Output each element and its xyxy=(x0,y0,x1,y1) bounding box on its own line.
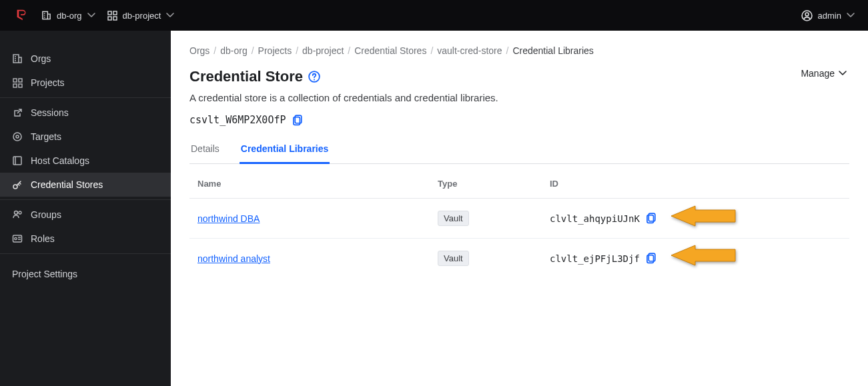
org-name: db-org xyxy=(57,11,82,21)
user-icon xyxy=(801,10,813,21)
sidebar: Orgs Projects Sessions Targets Host Cata… xyxy=(0,31,171,386)
user-name: admin xyxy=(818,11,841,21)
library-link[interactable]: northwind DBA xyxy=(197,213,260,224)
library-id: clvlt_ahqypiUJnK xyxy=(550,213,640,224)
project-name: db-project xyxy=(123,11,161,21)
help-icon[interactable] xyxy=(308,71,320,83)
copy-icon[interactable] xyxy=(646,253,657,264)
users-icon xyxy=(12,209,23,220)
sidebar-item-label: Projects xyxy=(31,77,65,88)
org-switcher[interactable]: db-org xyxy=(41,10,95,21)
column-header-name: Name xyxy=(189,168,430,199)
tab-credential-libraries[interactable]: Credential Libraries xyxy=(240,137,330,164)
logo[interactable] xyxy=(13,7,29,23)
sidebar-item-host-catalogs[interactable]: Host Catalogs xyxy=(0,149,171,173)
grid-icon xyxy=(12,78,23,88)
sidebar-item-label: Targets xyxy=(31,131,61,142)
sidebar-item-label: Groups xyxy=(31,209,61,220)
breadcrumb-item[interactable]: Projects xyxy=(258,45,292,56)
breadcrumb-item[interactable]: db-project xyxy=(302,45,344,56)
sidebar-item-targets[interactable]: Targets xyxy=(0,125,171,149)
sidebar-item-label: Sessions xyxy=(31,107,69,118)
sidebar-item-orgs[interactable]: Orgs xyxy=(0,47,171,71)
breadcrumb-item[interactable]: vault-cred-store xyxy=(437,45,502,56)
sidebar-item-groups[interactable]: Groups xyxy=(0,203,171,227)
target-icon xyxy=(12,131,23,142)
chevron-down-icon xyxy=(87,13,95,18)
project-switcher[interactable]: db-project xyxy=(107,11,175,21)
main-content: Orgs/ db-org/ Projects/ db-project/ Cred… xyxy=(171,31,868,386)
sidebar-item-credential-stores[interactable]: Credential Stores xyxy=(0,173,171,197)
copy-icon[interactable] xyxy=(293,115,303,126)
sidebar-item-label: Orgs xyxy=(31,53,51,64)
page-subtitle: A credential store is a collection of cr… xyxy=(189,92,498,103)
store-id: csvlt_W6MP2X0OfP xyxy=(189,114,286,126)
table-row: northwind DBA Vault clvlt_ahqypiUJnK xyxy=(189,199,849,239)
manage-label: Manage xyxy=(801,68,835,79)
arrow-out-icon xyxy=(12,108,23,118)
breadcrumb-item[interactable]: Credential Stores xyxy=(354,45,426,56)
chevron-down-icon xyxy=(166,13,174,18)
sidebar-item-label: Host Catalogs xyxy=(31,155,89,166)
id-icon xyxy=(12,233,23,244)
type-badge: Vault xyxy=(438,211,469,226)
tab-details[interactable]: Details xyxy=(189,137,221,163)
table-row: northwind analyst Vault clvlt_ejPFjL3Djf xyxy=(189,239,849,279)
sidebar-item-label: Roles xyxy=(31,233,55,244)
page-title: Credential Store xyxy=(189,68,303,85)
chevron-down-icon xyxy=(839,71,847,76)
sidebar-item-project-settings[interactable]: Project Settings xyxy=(0,257,171,291)
key-icon xyxy=(12,179,23,190)
copy-icon[interactable] xyxy=(646,213,657,224)
breadcrumb: Orgs/ db-org/ Projects/ db-project/ Cred… xyxy=(189,45,849,56)
topbar: db-org db-project admin xyxy=(0,0,868,31)
sidebar-item-sessions[interactable]: Sessions xyxy=(0,101,171,125)
credential-libraries-table: Name Type ID northwind DBA Vault clvlt_a… xyxy=(189,168,849,278)
book-icon xyxy=(12,155,23,166)
building-icon xyxy=(41,10,51,21)
sidebar-item-label: Project Settings xyxy=(12,269,77,279)
column-header-type: Type xyxy=(430,168,542,199)
breadcrumb-item[interactable]: Orgs xyxy=(189,45,209,56)
grid-icon xyxy=(107,11,117,21)
column-header-id: ID xyxy=(542,168,849,199)
user-menu[interactable]: admin xyxy=(801,10,855,21)
manage-button[interactable]: Manage xyxy=(801,68,849,79)
library-link[interactable]: northwind analyst xyxy=(197,253,270,264)
breadcrumb-item[interactable]: db-org xyxy=(220,45,247,56)
library-id: clvlt_ejPFjL3Djf xyxy=(550,253,640,264)
tabs: Details Credential Libraries xyxy=(189,137,849,164)
sidebar-item-label: Credential Stores xyxy=(31,179,103,190)
sidebar-item-projects[interactable]: Projects xyxy=(0,71,171,95)
breadcrumb-item: Credential Libraries xyxy=(512,45,593,56)
type-badge: Vault xyxy=(438,251,469,266)
sidebar-item-roles[interactable]: Roles xyxy=(0,227,171,251)
chevron-down-icon xyxy=(847,13,855,18)
building-icon xyxy=(12,53,23,64)
